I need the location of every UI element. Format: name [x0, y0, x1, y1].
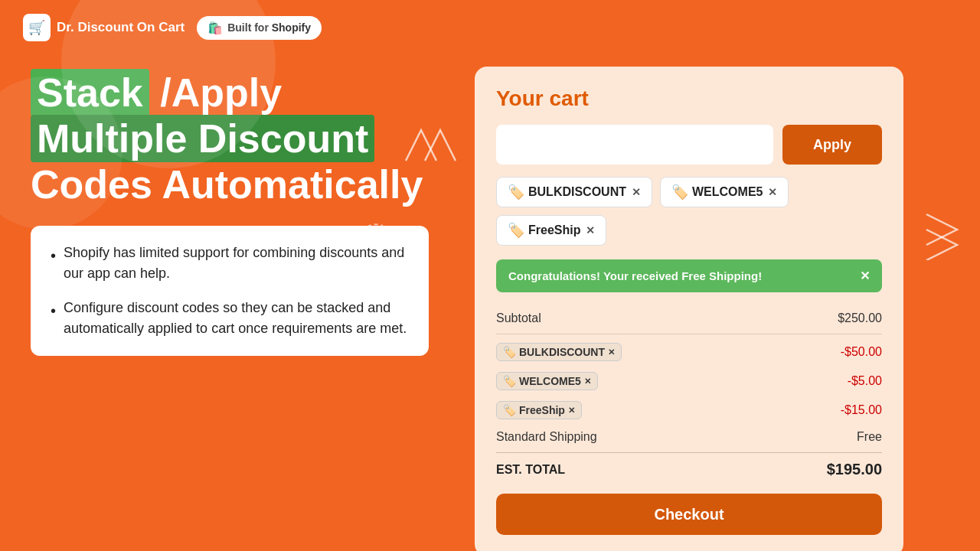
coupon-input-row: Apply	[496, 125, 882, 165]
remove-coupon-2[interactable]: ✕	[768, 186, 777, 198]
decorative-arrows-top	[398, 126, 459, 171]
discount-amount-1: -$50.00	[841, 345, 882, 359]
success-message: Congratulations! Your received Free Ship…	[508, 269, 762, 282]
total-label: EST. TOTAL	[496, 463, 565, 477]
bullet-item-1: • Shopify has limited support for combin…	[51, 243, 409, 284]
subtotal-row: Subtotal $250.00	[496, 306, 882, 331]
tag-icon-3: 🏷️	[508, 222, 524, 239]
success-close-button[interactable]: ✕	[860, 269, 870, 283]
total-row: EST. TOTAL $195.00	[496, 452, 882, 483]
coupon-tag-freeship: 🏷️ FreeShip ✕	[496, 215, 606, 246]
remove-summary-coupon-1[interactable]: ✕	[608, 347, 615, 357]
summary-tag-icon-1: 🏷️	[503, 346, 516, 358]
summary-tag-freeship: 🏷️ FreeShip ✕	[496, 401, 582, 419]
discount-row-3: 🏷️ FreeShip ✕ -$15.00	[496, 396, 882, 425]
subtotal-label: Subtotal	[496, 311, 541, 325]
total-amount: $195.00	[827, 461, 882, 478]
bullet-dot-1: •	[51, 244, 56, 284]
remove-summary-coupon-3[interactable]: ✕	[568, 406, 575, 416]
tag-icon-2: 🏷️	[671, 184, 688, 201]
discount-row-1: 🏷️ BULKDISCOUNT ✕ -$50.00	[496, 337, 882, 367]
summary-tag-bulkdiscount: 🏷️ BULKDISCOUNT ✕	[496, 343, 622, 361]
decorative-arrows-right	[923, 207, 965, 263]
shipping-row: Standard Shipping Free	[496, 425, 882, 449]
success-banner: Congratulations! Your received Free Ship…	[496, 259, 882, 292]
shipping-label: Standard Shipping	[496, 430, 597, 444]
shipping-value: Free	[857, 430, 882, 444]
discount-amount-2: -$5.00	[848, 374, 882, 388]
summary-tag-icon-3: 🏷️	[503, 404, 516, 416]
summary-tag-code-3: FreeShip	[519, 404, 565, 416]
bullet-dot-2: •	[51, 299, 56, 339]
remove-summary-coupon-2[interactable]: ✕	[584, 377, 591, 386]
apply-button[interactable]: Apply	[782, 125, 882, 165]
bullet-text-2: Configure discount codes so they can be …	[64, 298, 409, 339]
cart-widget: Your cart Apply 🏷️ BULKDISCOUNT ✕ 🏷️ WEL…	[475, 67, 903, 551]
coupon-tag-label-1: BULKDISCOUNT	[528, 185, 626, 199]
coupon-tag-welcome5: 🏷️ WELCOME5 ✕	[660, 177, 789, 207]
decorative-swirl	[356, 222, 410, 271]
brand-icon: 🛒	[23, 14, 51, 41]
bullet-item-2: • Configure discount codes so they can b…	[51, 298, 409, 339]
summary-tag-icon-2: 🏷️	[503, 375, 516, 387]
coupon-tag-label-3: FreeShip	[528, 223, 580, 237]
summary-tag-welcome5: 🏷️ WELCOME5 ✕	[496, 372, 598, 390]
summary-tag-code-1: BULKDISCOUNT	[519, 346, 605, 358]
cart-title: Your cart	[496, 86, 882, 111]
cart-card: Your cart Apply 🏷️ BULKDISCOUNT ✕ 🏷️ WEL…	[475, 67, 903, 551]
coupon-tag-bulkdiscount: 🏷️ BULKDISCOUNT ✕	[496, 177, 652, 207]
discount-row-2: 🏷️ WELCOME5 ✕ -$5.00	[496, 367, 882, 396]
remove-coupon-3[interactable]: ✕	[586, 224, 595, 236]
checkout-button[interactable]: Checkout	[496, 494, 882, 535]
remove-coupon-1[interactable]: ✕	[632, 186, 641, 198]
coupon-tag-label-2: WELCOME5	[692, 185, 763, 199]
coupon-tags: 🏷️ BULKDISCOUNT ✕ 🏷️ WELCOME5 ✕ 🏷️ FreeS…	[496, 177, 882, 246]
tag-icon-1: 🏷️	[508, 184, 524, 201]
discount-amount-3: -$15.00	[841, 403, 882, 417]
subtotal-value: $250.00	[838, 311, 882, 325]
coupon-input[interactable]	[496, 125, 773, 165]
summary-tag-code-2: WELCOME5	[519, 375, 581, 387]
